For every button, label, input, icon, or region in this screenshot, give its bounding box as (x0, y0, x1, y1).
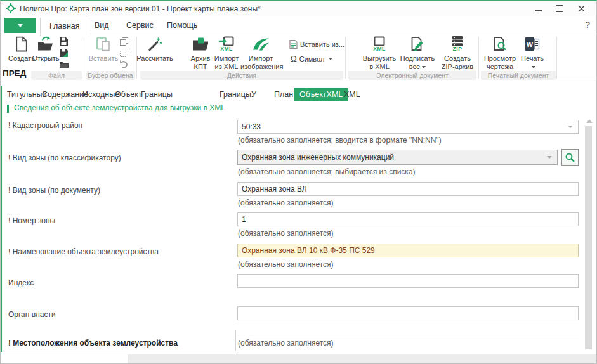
calculate-button-label: Рассчитать (136, 55, 173, 62)
copy-button[interactable] (119, 37, 129, 46)
group-label-actions: Действия (140, 71, 343, 80)
copy-special-button[interactable] (119, 48, 129, 57)
organ-vlasti-input[interactable] (237, 306, 579, 320)
help-button[interactable]: ? (585, 20, 590, 30)
save-button[interactable] (59, 37, 69, 46)
label-kadastrovy-rayon: ! Кадастровый район (8, 121, 82, 130)
folder-icon (60, 61, 69, 68)
paste-from-icon (289, 40, 298, 49)
preview-drawing-button[interactable]: Просмотр чертежа (482, 36, 518, 70)
preview-label-1: Просмотр (484, 55, 516, 62)
label-mestopolozhenie: ! Местоположения объекта землеустройства (8, 339, 178, 348)
table-cell-border (1, 351, 235, 351)
paste-button[interactable]: Вставить (87, 36, 120, 63)
symbol-button[interactable]: Ω Символ (291, 55, 332, 63)
zip-badge: ZIP (453, 45, 463, 53)
copy-special-icon (120, 49, 128, 57)
sign-all-button[interactable]: Подписать все (398, 36, 436, 70)
search-icon (565, 153, 575, 162)
chevron-down-icon (329, 58, 332, 60)
maximize-button[interactable] (551, 1, 568, 15)
create-zip-label-2: ZIP-архив (442, 63, 473, 70)
table-cell-border (235, 330, 236, 351)
print-button[interactable]: W Печать (519, 36, 546, 70)
close-icon (578, 5, 585, 12)
close-button[interactable] (572, 1, 590, 15)
import-image-label-2: изображения (240, 63, 283, 70)
horizontal-scrollbar[interactable] (128, 354, 597, 364)
paste-from-label: Вставить из... (300, 41, 344, 48)
hint-naimenovanie: (обязательно заполняется) (238, 260, 334, 269)
label-vid-zony-klassifikator: ! Вид зоны (по классификатору) (8, 153, 121, 162)
save-as-icon (60, 49, 68, 57)
hint-vid-zony-dokument: (обязательно заполняется) (238, 198, 334, 207)
import-image-button[interactable]: Импорт изображения (240, 36, 281, 70)
vid-zony-klassifikator-value: Охранная зона инженерных коммуникаций (238, 153, 547, 162)
doc-tab-granitsyu[interactable]: ГраницыУ (220, 88, 256, 101)
import-xml-label-1: Импорт (214, 55, 239, 62)
section-accent-bar (7, 105, 9, 113)
window-title: Полигон Про: Карта план зон версии 01 - … (20, 4, 261, 13)
tab-glavnaya[interactable]: Главная (40, 18, 89, 36)
naimenovanie-input[interactable] (237, 244, 579, 257)
doc-tab-plan[interactable]: План (274, 88, 293, 101)
import-xml-label-2: из XML (215, 63, 239, 70)
magic-wand-icon (135, 36, 174, 53)
sign-all-label-2: все (409, 63, 420, 70)
kadastrovy-rayon-combobox[interactable]: 50:33 (237, 120, 579, 134)
undo-button[interactable] (119, 60, 129, 68)
chevron-down-icon (532, 66, 535, 68)
export-to-xml-button[interactable]: XML Выгрузить в XML (362, 36, 397, 70)
paste-from-button[interactable]: Вставить из... (289, 40, 344, 49)
vid-zony-dokument-input[interactable] (237, 182, 579, 196)
sign-document-icon (398, 36, 436, 53)
create-zip-button[interactable]: ZIP Создать ZIP-архив (438, 36, 477, 70)
title-bar: Полигон Про: Карта план зон версии 01 - … (1, 1, 596, 16)
doc-tab-xml[interactable]: XML (344, 88, 360, 101)
nomer-zony-input[interactable] (237, 212, 579, 226)
save-as-button[interactable] (59, 48, 69, 57)
app-menu-button[interactable] (4, 18, 36, 33)
kadastrovy-rayon-value: 50:33 (238, 122, 568, 131)
export-xml-icon: XML (362, 36, 397, 53)
archive-kpt-label-2: КПТ (194, 63, 207, 70)
group-label-pdoc: Печатный документ (481, 71, 556, 80)
undo-icon (120, 60, 128, 68)
omega-icon: Ω (291, 55, 297, 63)
doc-tab-soderzhanie[interactable]: Содержание (42, 88, 88, 101)
save-icon (60, 37, 68, 46)
group-label-edoc: Электронный документ (348, 71, 476, 80)
pred-overlay-label: ПРЕД (3, 68, 26, 78)
tab-servis[interactable]: Сервис (117, 18, 162, 34)
hint-vid-zony-klassifikator: (обязательно заполняется; выбирается из … (238, 167, 416, 176)
minimize-icon (535, 10, 542, 11)
field-divider (237, 335, 579, 335)
vertical-scrollbar[interactable] (585, 126, 592, 349)
vid-zony-klassifikator-combobox[interactable]: Охранная зона инженерных коммуникаций (237, 150, 558, 165)
ribbon-separator (478, 37, 479, 79)
minimize-button[interactable] (529, 1, 547, 15)
doc-tab-titulny[interactable]: Титульный (7, 88, 47, 101)
label-organ-vlasti: Орган власти (8, 310, 56, 319)
calculate-button[interactable]: Рассчитать (135, 36, 174, 63)
application-window: Полигон Про: Карта план зон версии 01 - … (0, 0, 597, 364)
doc-tab-obyekt[interactable]: Объект (115, 88, 142, 101)
file-small-buttons (59, 37, 69, 68)
copy-icon (120, 37, 128, 46)
scroll-up-icon[interactable] (586, 119, 593, 123)
indeks-input[interactable] (237, 274, 579, 288)
import-from-xml-button[interactable]: XML Импорт из XML (211, 36, 242, 70)
doc-tab-obyektxml[interactable]: ОбъектXML (294, 88, 348, 101)
word-document-icon: W (519, 36, 546, 53)
zip-archive-icon: ZIP (438, 36, 477, 53)
open-button[interactable]: Открыть (30, 36, 62, 63)
close-project-button[interactable] (59, 60, 69, 68)
classifier-search-button[interactable] (561, 149, 579, 166)
tab-vid[interactable]: Вид (86, 18, 118, 34)
doc-tab-granitsy[interactable]: Границы (141, 88, 173, 101)
doc-tab-ishodnye[interactable]: Исходные (82, 88, 119, 101)
xml-badge: XML (220, 45, 232, 53)
open-folder-icon (30, 36, 62, 53)
ribbon-separator (556, 37, 557, 79)
tab-pomosch[interactable]: Помощь (158, 18, 206, 34)
